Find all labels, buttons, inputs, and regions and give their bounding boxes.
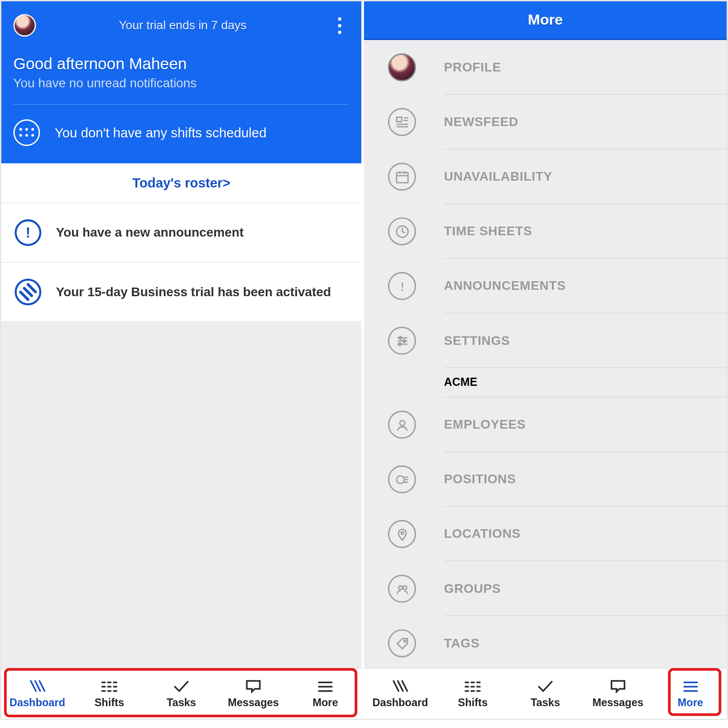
tab-label: Tasks <box>531 696 560 708</box>
notifications-subtext: You have no unread notifications <box>13 76 349 91</box>
tag-icon <box>388 629 416 657</box>
tab-shifts[interactable]: Shifts <box>436 669 509 719</box>
tasks-icon <box>172 679 191 692</box>
clock-icon <box>388 217 416 246</box>
menu-tags[interactable]: TAGS <box>364 616 727 668</box>
empty-space <box>1 322 361 668</box>
tab-dashboard[interactable]: Dashboard <box>1 669 73 719</box>
dashboard-header: Your trial ends in 7 days Good afternoon… <box>1 1 361 163</box>
svg-point-49 <box>404 640 405 642</box>
menu-label: EMPLOYEES <box>444 417 526 432</box>
svg-point-41 <box>399 420 404 425</box>
tab-bar: Dashboard Shifts Tasks Messages More <box>364 668 727 718</box>
menu-unavailability[interactable]: UNAVAILABILITY <box>364 149 727 204</box>
greeting-text: Good afternoon Maheen <box>13 55 349 73</box>
svg-rect-20 <box>396 172 408 182</box>
tab-label: Dashboard <box>10 696 65 708</box>
menu-newsfeed[interactable]: NEWSFEED <box>364 95 727 149</box>
menu-employees[interactable]: EMPLOYEES <box>364 397 727 452</box>
tab-more[interactable]: More <box>289 669 361 719</box>
menu-label: TIME SHEETS <box>444 224 532 238</box>
tab-more[interactable]: More <box>654 669 727 719</box>
trial-activated-card[interactable]: Your 15-day Business trial has been acti… <box>1 263 361 322</box>
tab-label: Dashboard <box>372 696 428 708</box>
tab-label: Shifts <box>95 696 124 708</box>
calendar-icon <box>388 163 416 191</box>
svg-point-42 <box>396 475 404 483</box>
tab-messages[interactable]: Messages <box>217 669 289 719</box>
menu-label: TAGS <box>444 636 480 651</box>
menu-label: UNAVAILABILITY <box>444 169 552 184</box>
svg-point-47 <box>398 586 402 589</box>
menu-groups[interactable]: GROUPS <box>364 561 727 616</box>
tab-shifts[interactable]: Shifts <box>73 669 145 719</box>
more-icon <box>316 679 335 692</box>
tab-tasks[interactable]: Tasks <box>509 669 581 719</box>
profile-avatar-icon <box>388 53 416 81</box>
tab-tasks[interactable]: Tasks <box>145 669 217 719</box>
menu-positions[interactable]: POSITIONS <box>364 452 727 506</box>
tab-messages[interactable]: Messages <box>581 669 654 719</box>
announcement-label: You have a new announcement <box>56 225 244 240</box>
svg-line-32 <box>402 231 405 233</box>
tab-label: Shifts <box>458 696 488 708</box>
menu-label: PROFILE <box>444 60 501 75</box>
stripes-icon <box>15 278 41 305</box>
dashboard-screen: Your trial ends in 7 days Good afternoon… <box>1 1 364 719</box>
menu-label: LOCATIONS <box>444 527 521 541</box>
menu-timesheets[interactable]: TIME SHEETS <box>364 204 727 258</box>
tab-dashboard[interactable]: Dashboard <box>364 669 436 719</box>
more-menu: PROFILE NEWSFEED UNAVAILABILITY TIME SHE… <box>364 40 727 668</box>
svg-point-48 <box>403 586 406 589</box>
tab-label: Messages <box>592 696 643 708</box>
menu-label: SETTINGS <box>444 334 510 348</box>
avatar[interactable] <box>13 14 36 37</box>
trial-countdown: Your trial ends in 7 days <box>36 18 329 32</box>
tab-label: Tasks <box>167 696 196 708</box>
groups-icon <box>388 575 416 603</box>
messages-icon <box>608 679 627 692</box>
pin-icon <box>388 520 416 548</box>
schedule-icon <box>13 119 40 146</box>
tab-bar: Dashboard Shifts Tasks Messages More <box>1 668 361 718</box>
person-icon <box>388 411 416 439</box>
more-icon <box>681 679 700 692</box>
overflow-menu-icon[interactable] <box>329 17 349 34</box>
more-screen: More PROFILE NEWSFEED UNAVAILABILITY TIM… <box>364 1 727 719</box>
dashboard-icon <box>391 679 410 692</box>
no-shifts-row[interactable]: You don't have any shifts scheduled <box>13 105 349 163</box>
menu-settings[interactable]: SETTINGS <box>364 313 727 368</box>
messages-icon <box>244 679 263 692</box>
todays-roster-link[interactable]: Today's roster> <box>1 163 361 203</box>
menu-profile[interactable]: PROFILE <box>364 40 727 95</box>
tab-label: Messages <box>228 696 279 708</box>
newsfeed-icon <box>388 108 416 136</box>
menu-locations[interactable]: LOCATIONS <box>364 507 727 561</box>
settings-icon <box>388 327 416 355</box>
menu-label: ANNOUNCEMENTS <box>444 278 566 293</box>
menu-label: NEWSFEED <box>444 115 519 129</box>
svg-point-46 <box>401 531 404 534</box>
alert-icon: ! <box>15 219 41 246</box>
menu-announcements[interactable]: ANNOUNCEMENTS <box>364 258 727 313</box>
tasks-icon <box>536 679 555 692</box>
menu-label: GROUPS <box>444 581 501 596</box>
shifts-icon <box>464 679 482 692</box>
svg-point-34 <box>402 289 402 290</box>
svg-rect-15 <box>396 117 401 121</box>
more-title: More <box>364 1 727 40</box>
tab-label: More <box>313 696 338 708</box>
tab-label: More <box>677 696 703 708</box>
dashboard-icon <box>28 679 47 692</box>
positions-icon <box>388 465 416 494</box>
section-header-acme: ACME <box>364 368 727 397</box>
trial-activated-label: Your 15-day Business trial has been acti… <box>56 285 331 299</box>
shifts-icon <box>100 679 119 692</box>
announcement-card[interactable]: ! You have a new announcement <box>1 203 361 263</box>
alert-icon <box>388 272 416 300</box>
no-shifts-label: You don't have any shifts scheduled <box>55 125 267 141</box>
menu-label: POSITIONS <box>444 472 516 486</box>
